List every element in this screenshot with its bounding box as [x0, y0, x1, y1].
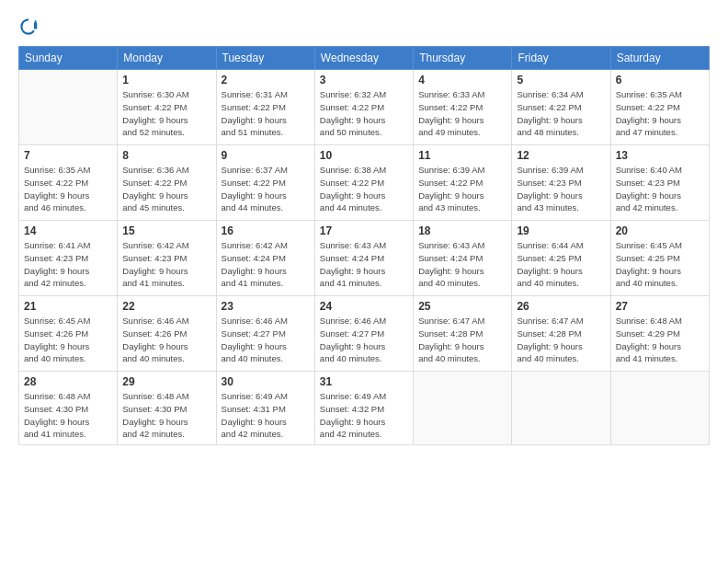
- day-info: Sunrise: 6:40 AMSunset: 4:23 PMDaylight:…: [616, 164, 704, 214]
- day-info: Sunrise: 6:49 AMSunset: 4:32 PMDaylight:…: [320, 390, 408, 441]
- calendar-cell: 18Sunrise: 6:43 AMSunset: 4:24 PMDayligh…: [414, 221, 512, 296]
- day-number: 6: [616, 74, 704, 86]
- day-info: Sunrise: 6:43 AMSunset: 4:24 PMDaylight:…: [418, 239, 506, 290]
- day-info: Sunrise: 6:48 AMSunset: 4:30 PMDaylight:…: [122, 390, 210, 441]
- calendar-cell: 27Sunrise: 6:48 AMSunset: 4:29 PMDayligh…: [610, 296, 709, 372]
- day-info: Sunrise: 6:46 AMSunset: 4:27 PMDaylight:…: [320, 315, 408, 365]
- day-info: Sunrise: 6:45 AMSunset: 4:26 PMDaylight:…: [24, 315, 112, 365]
- logo: [18, 17, 42, 37]
- day-info: Sunrise: 6:34 AMSunset: 4:22 PMDaylight:…: [517, 88, 605, 139]
- day-info: Sunrise: 6:32 AMSunset: 4:22 PMDaylight:…: [320, 88, 408, 139]
- day-number: 13: [616, 149, 704, 162]
- day-info: Sunrise: 6:42 AMSunset: 4:23 PMDaylight:…: [122, 239, 210, 290]
- weekday-header-friday: Friday: [512, 47, 610, 70]
- calendar-cell: 21Sunrise: 6:45 AMSunset: 4:26 PMDayligh…: [19, 296, 118, 372]
- day-info: Sunrise: 6:46 AMSunset: 4:27 PMDaylight:…: [222, 315, 310, 365]
- calendar-cell: 10Sunrise: 6:38 AMSunset: 4:22 PMDayligh…: [314, 145, 413, 221]
- calendar-cell: 15Sunrise: 6:42 AMSunset: 4:23 PMDayligh…: [118, 221, 216, 296]
- day-number: 1: [122, 74, 210, 86]
- day-info: Sunrise: 6:39 AMSunset: 4:23 PMDaylight:…: [517, 164, 605, 214]
- day-info: Sunrise: 6:42 AMSunset: 4:24 PMDaylight:…: [222, 239, 310, 290]
- weekday-header-saturday: Saturday: [610, 47, 709, 70]
- weekday-header-sunday: Sunday: [19, 47, 118, 70]
- weekday-header-monday: Monday: [118, 47, 216, 70]
- calendar-cell: 30Sunrise: 6:49 AMSunset: 4:31 PMDayligh…: [216, 372, 314, 445]
- day-info: Sunrise: 6:33 AMSunset: 4:22 PMDaylight:…: [418, 88, 506, 139]
- day-number: 11: [418, 149, 506, 162]
- calendar-cell: 17Sunrise: 6:43 AMSunset: 4:24 PMDayligh…: [314, 221, 413, 296]
- day-number: 28: [24, 375, 112, 388]
- calendar-cell: 28Sunrise: 6:48 AMSunset: 4:30 PMDayligh…: [19, 372, 118, 445]
- weekday-header-row: SundayMondayTuesdayWednesdayThursdayFrid…: [19, 47, 710, 70]
- day-number: 26: [517, 300, 605, 313]
- calendar-cell: 23Sunrise: 6:46 AMSunset: 4:27 PMDayligh…: [216, 296, 314, 372]
- day-number: 3: [320, 74, 408, 86]
- day-info: Sunrise: 6:35 AMSunset: 4:22 PMDaylight:…: [24, 164, 112, 214]
- day-number: 12: [517, 149, 605, 162]
- day-info: Sunrise: 6:41 AMSunset: 4:23 PMDaylight:…: [24, 239, 112, 290]
- calendar-cell: 12Sunrise: 6:39 AMSunset: 4:23 PMDayligh…: [512, 145, 610, 221]
- calendar-cell: 4Sunrise: 6:33 AMSunset: 4:22 PMDaylight…: [414, 70, 512, 145]
- calendar-cell: [610, 372, 709, 445]
- day-number: 14: [24, 224, 112, 237]
- day-info: Sunrise: 6:38 AMSunset: 4:22 PMDaylight:…: [320, 164, 408, 214]
- logo-icon: [18, 17, 39, 37]
- day-info: Sunrise: 6:44 AMSunset: 4:25 PMDaylight:…: [517, 239, 605, 290]
- calendar-cell: 26Sunrise: 6:47 AMSunset: 4:28 PMDayligh…: [512, 296, 610, 372]
- day-number: 10: [320, 149, 408, 162]
- weekday-header-wednesday: Wednesday: [314, 47, 413, 70]
- calendar-cell: 29Sunrise: 6:48 AMSunset: 4:30 PMDayligh…: [118, 372, 216, 445]
- day-number: 19: [517, 224, 605, 237]
- day-number: 4: [418, 74, 506, 86]
- calendar-cell: 5Sunrise: 6:34 AMSunset: 4:22 PMDaylight…: [512, 70, 610, 145]
- day-info: Sunrise: 6:49 AMSunset: 4:31 PMDaylight:…: [222, 390, 310, 441]
- day-number: 20: [616, 224, 704, 237]
- calendar-cell: 1Sunrise: 6:30 AMSunset: 4:22 PMDaylight…: [118, 70, 216, 145]
- day-number: 27: [616, 300, 704, 313]
- calendar-cell: 3Sunrise: 6:32 AMSunset: 4:22 PMDaylight…: [314, 70, 413, 145]
- calendar-cell: 22Sunrise: 6:46 AMSunset: 4:26 PMDayligh…: [118, 296, 216, 372]
- day-number: 9: [222, 149, 310, 162]
- weekday-header-tuesday: Tuesday: [216, 47, 314, 70]
- day-number: 2: [222, 74, 310, 86]
- day-info: Sunrise: 6:39 AMSunset: 4:22 PMDaylight:…: [418, 164, 506, 214]
- calendar-cell: 6Sunrise: 6:35 AMSunset: 4:22 PMDaylight…: [610, 70, 709, 145]
- week-row-4: 21Sunrise: 6:45 AMSunset: 4:26 PMDayligh…: [19, 296, 710, 372]
- day-info: Sunrise: 6:31 AMSunset: 4:22 PMDaylight:…: [222, 88, 310, 139]
- day-info: Sunrise: 6:48 AMSunset: 4:29 PMDaylight:…: [616, 315, 704, 365]
- calendar-cell: [512, 372, 610, 445]
- day-number: 17: [320, 224, 408, 237]
- day-number: 23: [222, 300, 310, 313]
- day-number: 24: [320, 300, 408, 313]
- calendar-cell: 14Sunrise: 6:41 AMSunset: 4:23 PMDayligh…: [19, 221, 118, 296]
- header: [18, 17, 710, 37]
- calendar-cell: 2Sunrise: 6:31 AMSunset: 4:22 PMDaylight…: [216, 70, 314, 145]
- day-number: 7: [24, 149, 112, 162]
- day-info: Sunrise: 6:30 AMSunset: 4:22 PMDaylight:…: [122, 88, 210, 139]
- day-number: 25: [418, 300, 506, 313]
- day-number: 15: [122, 224, 210, 237]
- week-row-3: 14Sunrise: 6:41 AMSunset: 4:23 PMDayligh…: [19, 221, 710, 296]
- calendar-cell: 20Sunrise: 6:45 AMSunset: 4:25 PMDayligh…: [610, 221, 709, 296]
- day-info: Sunrise: 6:47 AMSunset: 4:28 PMDaylight:…: [517, 315, 605, 365]
- day-info: Sunrise: 6:43 AMSunset: 4:24 PMDaylight:…: [320, 239, 408, 290]
- calendar-cell: 16Sunrise: 6:42 AMSunset: 4:24 PMDayligh…: [216, 221, 314, 296]
- calendar-cell: [414, 372, 512, 445]
- week-row-2: 7Sunrise: 6:35 AMSunset: 4:22 PMDaylight…: [19, 145, 710, 221]
- calendar-cell: 9Sunrise: 6:37 AMSunset: 4:22 PMDaylight…: [216, 145, 314, 221]
- day-info: Sunrise: 6:48 AMSunset: 4:30 PMDaylight:…: [24, 390, 112, 441]
- day-number: 18: [418, 224, 506, 237]
- calendar-cell: [19, 70, 118, 145]
- day-number: 31: [320, 375, 408, 388]
- day-number: 8: [122, 149, 210, 162]
- page: SundayMondayTuesdayWednesdayThursdayFrid…: [0, 0, 728, 563]
- calendar-cell: 11Sunrise: 6:39 AMSunset: 4:22 PMDayligh…: [414, 145, 512, 221]
- calendar-cell: 19Sunrise: 6:44 AMSunset: 4:25 PMDayligh…: [512, 221, 610, 296]
- calendar-cell: 7Sunrise: 6:35 AMSunset: 4:22 PMDaylight…: [19, 145, 118, 221]
- weekday-header-thursday: Thursday: [414, 47, 512, 70]
- day-info: Sunrise: 6:36 AMSunset: 4:22 PMDaylight:…: [122, 164, 210, 214]
- week-row-1: 1Sunrise: 6:30 AMSunset: 4:22 PMDaylight…: [19, 70, 710, 145]
- calendar-cell: 24Sunrise: 6:46 AMSunset: 4:27 PMDayligh…: [314, 296, 413, 372]
- day-number: 5: [517, 74, 605, 86]
- calendar-table: SundayMondayTuesdayWednesdayThursdayFrid…: [18, 46, 710, 445]
